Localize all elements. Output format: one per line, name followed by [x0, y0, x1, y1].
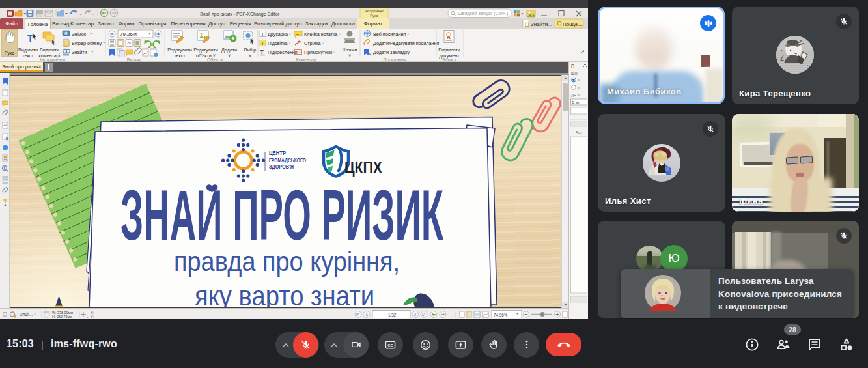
svg-text:Друкарка ˅: Друкарка ˅: [268, 31, 291, 37]
svg-text:Д: Д: [578, 86, 580, 90]
svg-text:Рука: Рука: [370, 14, 378, 18]
svg-text:T: T: [260, 49, 264, 55]
svg-text:ЦЕНТР: ЦЕНТР: [269, 150, 286, 156]
svg-text:Інструменти: Інструменти: [40, 57, 65, 63]
svg-text:Веб посилання ˅: Веб посилання ˅: [373, 31, 409, 37]
svg-text:Д: Д: [578, 78, 580, 82]
svg-text:Прямокутник ˅: Прямокутник ˅: [304, 50, 335, 55]
svg-text:правда про куріння,: правда про куріння,: [174, 246, 400, 277]
svg-text:Y:: Y:: [91, 315, 94, 318]
svg-text:ЗНАИ ПРО РИЗИК: ЗНАИ ПРО РИЗИК: [120, 175, 443, 255]
svg-text:1/32: 1/32: [388, 313, 397, 317]
svg-text:Рука: Рука: [5, 50, 15, 56]
svg-text:Пошук...: Пошук...: [563, 21, 583, 27]
svg-text:Знайти: Знайти: [72, 50, 87, 55]
svg-text:текст: текст: [174, 53, 186, 59]
svg-text:Знай про ризик - PDF-XChange E: Знай про ризик - PDF-XChange Editor: [200, 11, 279, 17]
svg-text:В ак: В ак: [572, 100, 580, 104]
svg-text:Об'єкти: Об'єкти: [207, 57, 223, 62]
svg-text:74,96%: 74,96%: [494, 313, 508, 317]
svg-text:Додати/Редагувати посилання: Додати/Редагувати посилання: [373, 40, 439, 46]
svg-text:Додати закладку: Додати закладку: [373, 50, 410, 55]
svg-text:79,26%: 79,26%: [120, 31, 137, 37]
svg-text:Швидкий запуск (Ctrl+.): Швидкий запуск (Ctrl+.): [458, 10, 508, 16]
svg-text:ГРОМАДСЬКОГО: ГРОМАДСЬКОГО: [269, 158, 307, 163]
svg-text:Знайти...: Знайти...: [531, 21, 552, 27]
svg-text:Знімок: Знімок: [72, 31, 87, 37]
svg-text:H: 262.73мм: H: 262.73мм: [52, 315, 72, 318]
svg-text:ЗДОРОВ'Я: ЗДОРОВ'Я: [269, 164, 294, 170]
svg-text:ЦКПХ: ЦКПХ: [344, 158, 382, 177]
svg-text:Коментар: Коментар: [296, 57, 316, 63]
svg-text:ШО: ШО: [571, 72, 578, 76]
svg-text:Роз: Роз: [576, 130, 582, 134]
svg-text:T: T: [261, 31, 264, 37]
svg-text:ДЕ ш: ДЕ ш: [571, 93, 580, 97]
svg-text:Підсвітка ˅: Підсвітка ˅: [268, 40, 291, 46]
svg-text:П: П: [571, 64, 574, 68]
svg-text:˅: ˅: [228, 53, 231, 59]
svg-text:˅: ˅: [348, 53, 351, 59]
svg-text:T: T: [261, 40, 264, 46]
svg-text:CC: CC: [387, 343, 393, 347]
svg-text:Захист: Захист: [442, 57, 456, 62]
svg-text:Посилання: Посилання: [384, 57, 406, 62]
svg-text:˅: ˅: [249, 53, 251, 59]
svg-text:Вигляд: Вигляд: [127, 57, 141, 63]
svg-text:Клейка нотатка ˅: Клейка нотатка ˅: [304, 31, 341, 37]
svg-text:Буфер обміну: Буфер обміну: [72, 40, 102, 46]
svg-text:яку варто знати: яку варто знати: [195, 280, 374, 309]
svg-text:текст: текст: [22, 53, 34, 59]
svg-text:Інструмент: Інструмент: [365, 9, 384, 13]
svg-text:Опції... ˅: Опції... ˅: [20, 312, 36, 317]
svg-text:Стрілка ˅: Стрілка ˅: [304, 40, 324, 46]
